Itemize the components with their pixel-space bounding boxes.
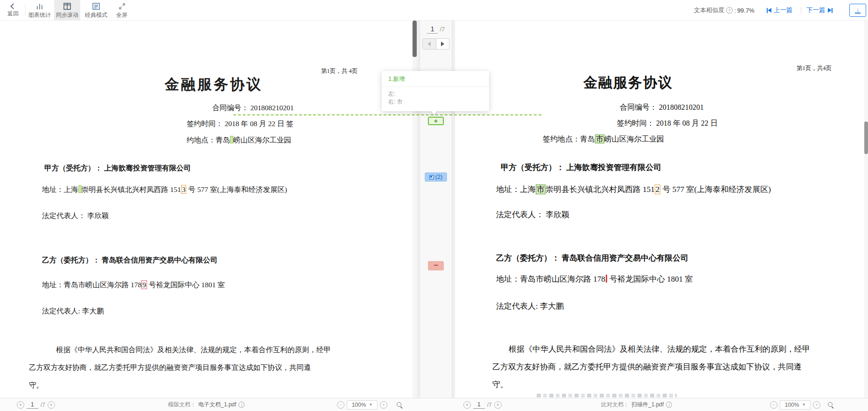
right-scrollbar-thumb[interactable] [864,121,868,154]
left-document-pane[interactable]: 第1页，共 4页 金融服务协议 合同编号： 201808210201 签约时间：… [0,21,413,398]
right-addr-a-mid: 崇明县长兴镇北兴村凤西路 151 [546,185,655,194]
left-zoom-value: 100% [352,402,366,408]
left-paragraph-line2: 乙方双方友好协商，就乙方委托甲方提供的融资资产项目服务事宜达成如下协议，共同遵 [29,363,311,373]
left-addr-b-pre: 地址：青岛市崂山区海尔路 178 [42,281,141,289]
right-address-b: 地址：青岛市崂山区海尔路 178 号裕龙国际中心 1801 室 [496,274,693,284]
chevron-down-icon: ▼ [369,403,372,407]
left-legal-a: 法定代表人： 李欣颖 [42,211,109,221]
right-zoom-select[interactable]: 100% ▼ [780,400,811,410]
gutter-page-input[interactable]: 1 [427,25,438,34]
left-zoom-controls: − 100% ▼ + [337,398,403,411]
right-legal-a: 法定代表人： 李欣颖 [496,209,569,220]
left-paragraph-line1: 根据《中华人民共和国合同法》及相关法律、法规的规定，本着合作互利的原则，经甲 [56,345,331,355]
similarity-colon: : [735,7,736,14]
diff-tooltip-title: 1.新增 [382,71,489,87]
insert-marker-sliver [78,185,82,193]
delete-marker-box: 9 [141,280,147,289]
right-page-input[interactable]: 1 [473,401,485,409]
left-contract-no: 合同编号： 201808210201 [212,103,294,113]
diff-delete-marker-button[interactable]: − [428,261,444,270]
gutter-page-arrows [422,38,449,50]
right-addr-b-post: 号裕龙国际中心 1801 室 [608,275,693,283]
modify-marker-box: 2 [655,184,661,194]
left-sign-place-pre: 约地点：青岛 [187,136,230,144]
fullscreen-icon [119,3,126,10]
bar-chart-icon [36,3,44,10]
right-page-down-icon[interactable]: ∨ [494,401,502,409]
left-address-b: 地址：青岛市崂山区海尔路 1789 号裕龙国际中心 1801 室 [42,280,225,290]
gutter-page-total: /7 [440,26,445,33]
right-party-b: 乙方（委托方）： 青岛联合信用资产交易中心有限公司 [496,253,688,263]
download-icon-base [855,13,861,14]
right-doc-title: 金融服务协议 [583,73,673,92]
zoom-out-icon[interactable]: − [337,401,344,409]
back-button[interactable]: 返回 [4,0,22,21]
right-page-up-icon[interactable]: ∧ [463,401,471,409]
right-contract-no: 合同编号： 201808210201 [620,103,704,113]
zoom-out-icon[interactable]: − [770,401,777,409]
right-page-total: /7 [487,402,492,408]
diff-tooltip: 1.新增 左: 右: 市 [382,71,489,111]
left-page-down-icon[interactable]: ∨ [48,401,55,409]
compare-app: 返回 图表统计 同步滚动 [0,0,868,411]
diff-modify-group-badge[interactable]: (2) [425,172,447,182]
clipped-text-line [537,394,677,397]
list-icon [92,3,100,10]
right-doc-info: 比对文档： 扫描件_1.pdf i [601,398,672,411]
right-sign-time: 签约时间： 2018 年 08 月 22 日 [617,119,718,128]
left-scrollbar-thumb[interactable] [413,21,417,57]
right-paragraph-line2: 乙方双方友好协商，就乙方委托甲方提供的融资资产项目服务事宜达成如下协议，共同遵 [492,361,802,372]
tool-fullscreen[interactable]: 全屏 [112,0,132,21]
delete-marker-sliver [606,275,607,283]
right-document-pane[interactable]: 第1页，共4页 金融服务协议 合同编号： 201808210201 签约时间： … [455,21,864,398]
search-icon[interactable] [396,402,403,408]
left-sign-place: 约地点：青岛崂山区海尔工业园 [187,135,291,145]
zoom-in-icon[interactable]: + [813,401,820,409]
next-doc-label: 下一篇 [806,6,826,14]
search-icon[interactable] [827,402,834,408]
right-sign-place-pre: 签约地点：青岛 [543,135,595,143]
gutter-prev-page-button[interactable] [423,39,436,49]
left-addr-a-pre: 地址：上海 [42,185,78,193]
diff-badge-count: (2) [435,174,442,180]
right-pane-scrollbar[interactable] [864,21,868,398]
left-sign-time: 签约时间： 2018 年 08 月 22 日 签 [187,119,294,129]
diff-tooltip-body: 左: 右: 市 [382,87,489,109]
diff-connector-line [233,114,541,115]
left-page-input[interactable]: 1 [27,401,38,409]
left-doc-name: 电子文档_1.pdf [198,401,236,409]
similarity-indicator: 文本相似度 ? : 99.7% [694,0,755,21]
right-sign-place-post: 崂山区海尔工业园 [604,135,664,143]
left-doc-label: 模版文档： [168,401,196,409]
left-page-total: /7 [41,402,45,408]
insert-marker-box: 市 [595,135,604,143]
next-doc-button[interactable]: 下一篇 [806,0,833,21]
left-party-b: 乙方（委托方）： 青岛联合信用资产交易中心有限公司 [42,255,217,265]
info-icon[interactable]: i [666,402,672,408]
prev-doc-button[interactable]: 上一篇 [767,0,793,21]
left-legal-b: 法定代表人: 李大鹏 [42,306,104,316]
back-label: 返回 [7,10,19,18]
download-button[interactable]: ↓ [849,4,866,17]
top-toolbar: 返回 图表统计 同步滚动 [0,0,868,21]
info-icon[interactable]: i [238,402,245,408]
diff-tooltip-caret [430,110,438,114]
download-icon: ↓ [856,7,859,12]
right-page-info: 第1页，共4页 [797,64,832,72]
right-pager: ∧ 1 /7 ∨ [463,398,502,411]
gutter-next-page-button[interactable] [436,39,449,49]
right-arrow-icon [441,42,444,46]
left-zoom-select[interactable]: 100% ▼ [347,400,378,410]
right-legal-b: 法定代表人: 李大鹏 [496,301,564,312]
tool-chart-label: 图表统计 [28,11,51,19]
diff-insert-marker-button[interactable]: + [428,117,444,125]
left-page-up-icon[interactable]: ∧ [17,401,24,409]
tool-classic-mode[interactable]: 经典模式 [83,0,109,21]
zoom-in-icon[interactable]: + [380,401,387,409]
copy-icon [429,175,434,179]
help-question-icon[interactable]: ? [726,7,733,14]
modify-marker-box: 3 [181,185,187,194]
tool-sync-scroll[interactable]: 同步滚动 [54,0,80,21]
tool-chart-stats[interactable]: 图表统计 [27,0,52,21]
gutter-pager: 1 /7 [417,25,455,34]
